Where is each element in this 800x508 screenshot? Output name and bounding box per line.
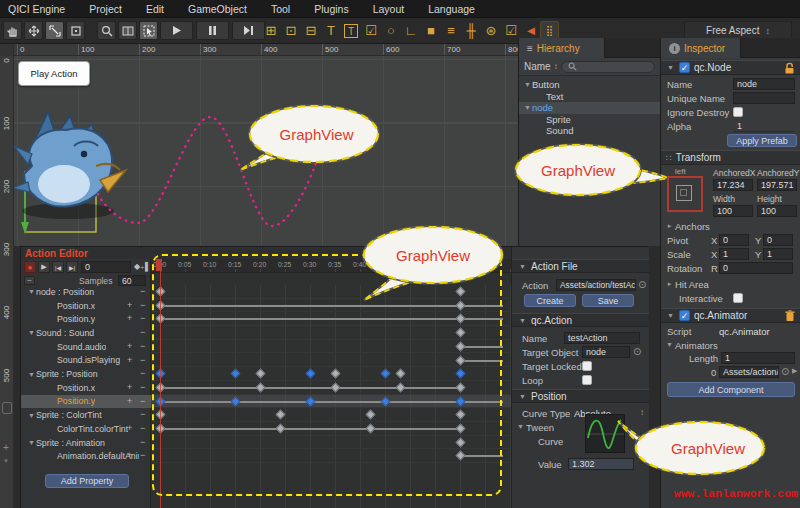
lock-icon[interactable] — [784, 62, 795, 74]
dopesheet-row-0[interactable] — [151, 285, 511, 299]
add-key-icon[interactable]: + — [127, 382, 132, 392]
track-position.y[interactable]: Position.y+− — [21, 395, 151, 409]
transform-section-header[interactable]: ∷ Transform — [661, 150, 800, 165]
timeline-dopesheet[interactable]: 0:000:050:100:150:200:250:300:350:400:45… — [151, 259, 511, 508]
anchoredy-field[interactable]: 197.571 — [757, 179, 797, 191]
menu-project[interactable]: Project — [89, 3, 122, 15]
width-field[interactable]: 100 — [713, 205, 753, 217]
pause-button[interactable] — [196, 21, 229, 40]
hitarea-arrow-icon[interactable]: ▸ — [665, 280, 674, 288]
collapse-arrow-icon[interactable]: ▼ — [666, 312, 675, 319]
add-key-icon[interactable]: + — [127, 423, 132, 433]
add-property-button[interactable]: Add Property — [45, 474, 129, 488]
qcnode-enabled-checkbox[interactable]: ✓ — [679, 62, 690, 73]
dopesheet-row-5[interactable] — [151, 354, 511, 368]
layers-tool-button[interactable] — [118, 21, 137, 40]
tab-hierarchy[interactable]: ≡ Hierarchy — [519, 38, 605, 58]
remove-key-icon[interactable]: − — [140, 286, 145, 296]
keyframe[interactable] — [455, 287, 465, 297]
anchor-preset-widget[interactable] — [667, 176, 703, 212]
remove-key-icon[interactable]: − — [140, 313, 145, 323]
dopesheet-row-7[interactable] — [151, 381, 511, 395]
unique-name-field[interactable] — [733, 92, 795, 104]
track-sprite-animation[interactable]: ▼Sprite : Animation− — [21, 436, 151, 450]
apply-prefab-button[interactable]: Apply Prefab — [727, 134, 797, 147]
scale-tool-button[interactable] — [45, 21, 64, 40]
hierarchy-item-node[interactable]: ▼node — [519, 102, 660, 114]
rotation-field[interactable]: 0 — [719, 262, 793, 274]
track-sound.isplaying[interactable]: Sound.isPlaying+− — [21, 354, 151, 368]
dopesheet-row-2[interactable] — [151, 312, 511, 326]
ui-input-text-icon[interactable]: T — [344, 24, 358, 38]
ui-toggle-icon[interactable]: ☑ — [502, 22, 520, 39]
keyframe[interactable] — [275, 410, 285, 420]
keyframe[interactable] — [455, 300, 465, 310]
keyframe[interactable] — [365, 424, 375, 434]
ae-next-frame-button[interactable]: ▶| — [66, 261, 78, 273]
scale-x-field[interactable]: 1 — [719, 248, 749, 260]
dopesheet-row-8[interactable] — [151, 395, 511, 409]
keyframe[interactable] — [455, 328, 465, 338]
timeline-tracks[interactable] — [151, 285, 511, 508]
ui-dial-icon[interactable]: ⊛ — [482, 22, 500, 39]
dopesheet-row-10[interactable] — [151, 422, 511, 436]
add-component-button[interactable]: Add Component — [667, 382, 795, 397]
step-button[interactable] — [232, 21, 265, 40]
menu-layout[interactable]: Layout — [373, 3, 405, 15]
anchoredx-field[interactable]: 17.234 — [713, 179, 753, 191]
menu-tool[interactable]: Tool — [271, 3, 290, 15]
node-add-icon[interactable]: ⊞ — [262, 22, 280, 39]
remove-key-icon[interactable]: − — [140, 327, 145, 337]
loop-checkbox[interactable] — [582, 375, 592, 385]
track-colortint.colortint[interactable]: ColorTint.colorTint+− — [21, 422, 151, 436]
save-button[interactable]: Save — [582, 294, 634, 307]
value-field[interactable]: 1.302 — [568, 458, 634, 470]
scene-view[interactable]: Play Action — [14, 56, 518, 246]
animator-item-field[interactable]: Assets/action/tes — [719, 366, 779, 378]
dopesheet-row-4[interactable] — [151, 340, 511, 354]
dopesheet-row-6[interactable] — [151, 367, 511, 381]
hierarchy-item-sprite[interactable]: Sprite — [519, 114, 660, 126]
keyframe-selected[interactable] — [230, 396, 240, 406]
track-sprite-colortint[interactable]: ▼Sprite : ColorTint− — [21, 408, 151, 422]
remove-key-icon[interactable]: − — [140, 368, 145, 378]
record-button[interactable]: ● — [24, 261, 36, 273]
interactive-checkbox[interactable] — [733, 293, 743, 303]
zoom-tool-button[interactable] — [97, 21, 116, 40]
add-key-icon[interactable]: + — [127, 355, 132, 365]
target-picker-icon[interactable]: ⊙ — [781, 366, 789, 377]
ui-panel-icon[interactable]: ■ — [422, 22, 440, 39]
search-input[interactable] — [561, 61, 655, 73]
remove-key-icon[interactable]: − — [140, 355, 145, 365]
ui-sliders-icon[interactable]: ╫ — [462, 22, 480, 39]
add-key-icon[interactable]: + — [127, 341, 132, 351]
ui-rotate-icon[interactable]: ∟ — [402, 22, 420, 39]
keyframe-selected[interactable] — [455, 396, 465, 406]
scale-y-field[interactable]: 1 — [763, 248, 793, 260]
hierarchy-item-sound[interactable]: Sound — [519, 125, 660, 137]
rect-tool-button[interactable] — [66, 21, 85, 40]
action-file-header[interactable]: ▼Action File — [512, 259, 649, 273]
playhead-handle[interactable] — [156, 259, 162, 271]
target-picker-icon[interactable]: ⊙ — [633, 346, 641, 357]
track-sound-sound[interactable]: ▼Sound : Sound− — [21, 326, 151, 340]
keyframe[interactable] — [255, 369, 265, 379]
ui-text-icon[interactable]: T — [322, 22, 340, 39]
track-node-position[interactable]: ▼node : Position− — [21, 285, 151, 299]
menu-edit[interactable]: Edit — [146, 3, 164, 15]
keyframe[interactable] — [455, 424, 465, 434]
menu-gameobject[interactable]: GameObject — [188, 3, 247, 15]
expand-arrow-icon[interactable]: ▼ — [27, 329, 36, 336]
select-tool-button[interactable] — [139, 21, 158, 40]
keyframe-selected[interactable] — [455, 369, 465, 379]
menu-qici-engine[interactable]: QICI Engine — [8, 3, 65, 15]
target-picker-icon[interactable]: ⊙ — [638, 279, 646, 290]
dopesheet-row-1[interactable] — [151, 299, 511, 313]
remove-key-icon[interactable]: − — [140, 409, 145, 419]
create-button[interactable]: Create — [524, 294, 576, 307]
playhead[interactable] — [160, 259, 161, 508]
track-sound.audio[interactable]: Sound.audio+− — [21, 340, 151, 354]
keyframe-selected[interactable] — [305, 369, 315, 379]
tween-arrow-icon[interactable]: ▼ — [516, 423, 525, 430]
keyframe-selected[interactable] — [380, 369, 390, 379]
